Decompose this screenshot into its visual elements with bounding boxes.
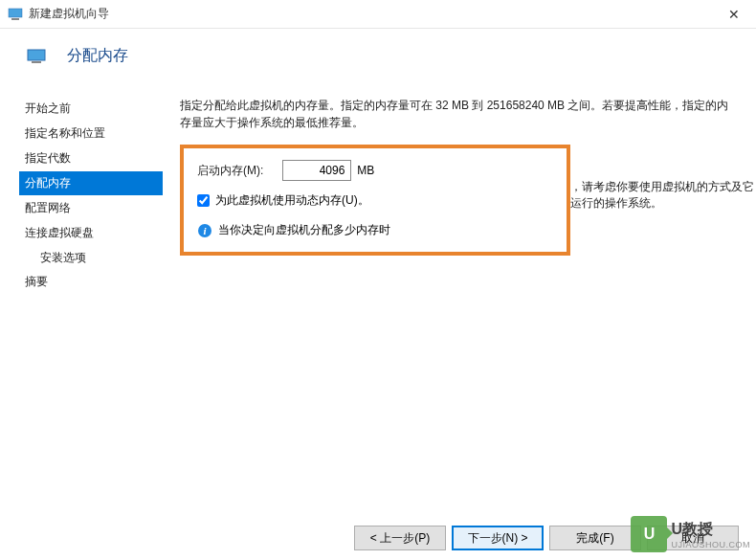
prev-button[interactable]: < 上一步(P) [354,526,446,550]
dynamic-memory-checkbox[interactable] [197,194,210,207]
svg-rect-2 [28,50,45,60]
sidebar-item-summary[interactable]: 摘要 [19,270,163,294]
finish-button[interactable]: 完成(F) [549,526,641,550]
sidebar-item-memory[interactable]: 分配内存 [19,171,163,195]
content: 指定分配给此虚拟机的内存量。指定的内存量可在 32 MB 到 251658240… [163,89,756,549]
sidebar-item-vhd[interactable]: 连接虚拟硬盘 [19,221,163,245]
watermark-badge: U [631,516,667,552]
highlight-box: 启动内存(M): MB 为此虚拟机使用动态内存(U)。 i 当你决定向虚拟机分配… [180,145,570,256]
sidebar-item-name-location[interactable]: 指定名称和位置 [19,122,163,146]
close-icon[interactable]: ✕ [720,7,748,22]
svg-rect-1 [11,18,19,20]
description-text: 指定分配给此虚拟机的内存量。指定的内存量可在 32 MB 到 251658240… [180,97,739,131]
sidebar-item-before[interactable]: 开始之前 [19,97,163,121]
titlebar: 新建虚拟机向导 ✕ [0,0,756,29]
dynamic-memory-row: 为此虚拟机使用动态内存(U)。 [197,192,553,209]
info-text: 当你决定向虚拟机分配多少内存时 [218,222,390,238]
page-title: 分配内存 [67,46,128,66]
app-icon [8,7,23,22]
sidebar: 开始之前 指定名称和位置 指定代数 分配内存 配置网络 连接虚拟硬盘 安装选项 … [0,89,163,549]
svg-rect-0 [9,9,22,17]
svg-rect-3 [32,61,41,63]
main: 开始之前 指定名称和位置 指定代数 分配内存 配置网络 连接虚拟硬盘 安装选项 … [0,89,756,549]
next-button[interactable]: 下一步(N) > [452,526,544,550]
sidebar-item-network[interactable]: 配置网络 [19,196,163,220]
startup-memory-row: 启动内存(M): MB [197,160,553,181]
startup-memory-input[interactable] [282,160,351,181]
header: 分配内存 [0,29,756,89]
sidebar-item-generation[interactable]: 指定代数 [19,146,163,170]
sidebar-item-install-options[interactable]: 安装选项 [19,246,163,270]
dynamic-memory-label: 为此虚拟机使用动态内存(U)。 [215,192,369,209]
info-text-continuation: ，请考虑你要使用虚拟机的方式及它运行的操作系统。 [570,179,756,212]
memory-unit: MB [357,164,374,177]
info-icon: i [197,223,212,238]
watermark-line2: UJIAOSHOU.COM [671,540,750,549]
vm-icon [27,47,46,66]
startup-memory-label: 启动内存(M): [197,163,263,179]
watermark: U U教授 UJIAOSHOU.COM [631,516,750,552]
watermark-line1: U教授 [671,520,750,540]
window-title: 新建虚拟机向导 [29,6,720,22]
info-row: i 当你决定向虚拟机分配多少内存时 [197,222,553,238]
